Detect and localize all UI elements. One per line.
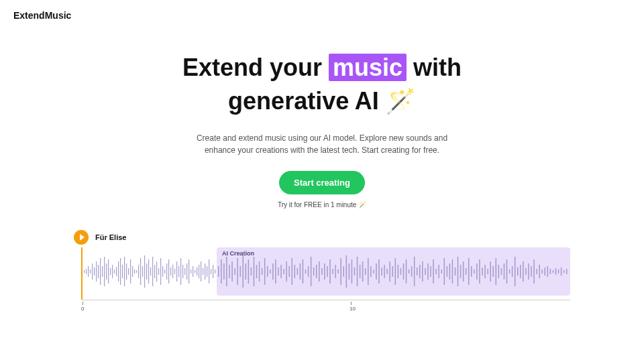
cta-wrap: Start creating Try it for FREE in 1 minu…: [0, 171, 644, 208]
svg-rect-189: [553, 270, 554, 273]
title-highlight: music: [329, 54, 407, 81]
svg-rect-124: [376, 263, 377, 280]
waveform-container[interactable]: AI Creation 0 10: [81, 247, 570, 300]
svg-rect-157: [466, 268, 467, 275]
svg-rect-64: [213, 265, 213, 278]
timeline: 0 10: [83, 300, 570, 305]
svg-rect-151: [449, 263, 451, 280]
track-header: Für Elise: [74, 230, 570, 245]
svg-rect-86: [272, 263, 274, 280]
svg-rect-80: [256, 265, 258, 278]
svg-rect-35: [154, 265, 155, 278]
svg-rect-180: [528, 263, 529, 280]
svg-rect-56: [197, 267, 197, 276]
svg-rect-187: [547, 266, 549, 277]
svg-rect-113: [346, 255, 347, 288]
svg-rect-99: [308, 266, 309, 277]
svg-rect-49: [182, 265, 183, 278]
start-creating-button[interactable]: Start creating: [279, 171, 365, 194]
play-button[interactable]: [74, 230, 89, 245]
svg-rect-63: [211, 269, 211, 274]
svg-rect-139: [417, 267, 418, 276]
svg-rect-112: [343, 266, 345, 277]
hero-section: Extend your music with generative AI 🪄 C…: [0, 51, 644, 208]
svg-rect-83: [264, 258, 266, 285]
svg-rect-51: [186, 263, 187, 280]
svg-rect-162: [479, 259, 480, 284]
header: ExtendMusic: [0, 0, 644, 31]
svg-rect-105: [324, 263, 325, 280]
svg-rect-12: [108, 259, 109, 284]
svg-rect-87: [275, 259, 276, 284]
svg-rect-45: [174, 269, 175, 274]
svg-rect-95: [297, 268, 299, 275]
svg-rect-97: [303, 259, 304, 284]
svg-rect-191: [558, 269, 559, 274]
svg-rect-120: [365, 268, 366, 275]
svg-rect-6: [96, 261, 97, 282]
svg-rect-152: [452, 259, 453, 284]
svg-rect-178: [523, 261, 524, 282]
svg-rect-41: [166, 263, 167, 280]
svg-rect-174: [512, 266, 513, 277]
svg-rect-50: [184, 268, 185, 275]
svg-rect-1: [86, 269, 87, 274]
svg-rect-55: [195, 270, 195, 273]
play-icon: [80, 234, 85, 241]
svg-rect-17: [118, 261, 119, 282]
tick-0: 0: [81, 306, 84, 312]
svg-rect-171: [504, 263, 505, 280]
svg-rect-18: [120, 258, 121, 285]
svg-rect-21: [126, 263, 127, 280]
svg-rect-133: [400, 268, 402, 275]
svg-rect-90: [283, 269, 284, 274]
svg-rect-140: [419, 265, 421, 278]
svg-rect-69: [226, 257, 227, 286]
svg-rect-2: [88, 266, 89, 277]
svg-rect-106: [327, 266, 328, 277]
svg-rect-188: [550, 269, 551, 274]
svg-rect-43: [170, 267, 171, 276]
svg-rect-25: [134, 269, 135, 274]
svg-rect-10: [104, 257, 105, 286]
svg-rect-134: [403, 263, 405, 280]
hero-title: Extend your music with generative AI 🪄: [181, 51, 463, 119]
svg-rect-115: [352, 259, 353, 284]
svg-rect-121: [368, 258, 369, 285]
svg-rect-32: [148, 259, 149, 284]
svg-rect-75: [243, 255, 244, 288]
svg-rect-193: [564, 270, 565, 273]
svg-rect-88: [278, 267, 279, 276]
svg-rect-185: [541, 269, 543, 274]
svg-rect-107: [329, 259, 331, 284]
svg-rect-72: [234, 268, 235, 275]
svg-rect-144: [430, 266, 431, 277]
svg-rect-159: [471, 266, 472, 277]
svg-rect-4: [92, 263, 93, 280]
svg-rect-154: [458, 257, 459, 286]
svg-rect-167: [492, 266, 494, 277]
svg-rect-132: [398, 265, 399, 278]
svg-rect-111: [340, 258, 341, 285]
svg-rect-182: [533, 259, 535, 284]
svg-rect-24: [132, 266, 133, 277]
svg-rect-92: [288, 266, 290, 277]
svg-rect-164: [484, 265, 486, 278]
svg-rect-168: [496, 258, 497, 285]
svg-rect-62: [209, 259, 209, 284]
svg-rect-100: [311, 257, 312, 286]
svg-rect-117: [357, 257, 358, 286]
hero-subtitle: Create and extend music using our AI mod…: [195, 132, 449, 156]
svg-rect-131: [395, 258, 396, 285]
svg-rect-116: [354, 267, 356, 276]
svg-rect-11: [106, 263, 107, 280]
svg-rect-46: [176, 261, 177, 282]
svg-rect-52: [189, 259, 189, 284]
svg-rect-40: [164, 269, 165, 274]
wave-extended-svg: [217, 251, 570, 292]
logo[interactable]: ExtendMusic: [13, 10, 71, 21]
svg-rect-141: [422, 261, 423, 282]
svg-rect-54: [193, 266, 193, 277]
svg-rect-147: [438, 265, 439, 278]
svg-rect-89: [280, 265, 282, 278]
